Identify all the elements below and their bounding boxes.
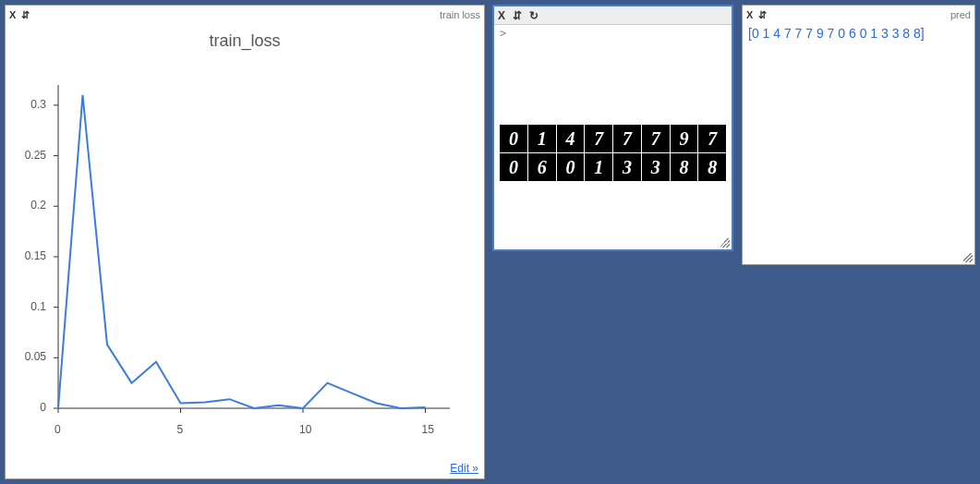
console-prompt: > [494, 25, 732, 42]
digit-cell: 3 [613, 153, 641, 181]
y-tick-label: 0.05 [9, 350, 46, 363]
y-tick-label: 0.2 [9, 199, 46, 212]
y-tick-label: 0 [9, 401, 46, 414]
drag-icon[interactable]: ⇵ [513, 9, 522, 22]
x-tick-label: 15 [422, 423, 434, 436]
close-icon[interactable]: X [498, 9, 505, 22]
digit-cell: 7 [613, 125, 641, 152]
image-pane-header[interactable]: X ⇵ ↻ [494, 6, 732, 25]
close-icon[interactable]: X [9, 9, 16, 20]
chart-title: train_loss [6, 31, 484, 51]
digit-cell: 0 [557, 153, 585, 181]
y-tick-label: 0.15 [9, 249, 46, 262]
drag-icon[interactable]: ⇵ [758, 9, 767, 21]
digit-cell: 1 [528, 125, 556, 152]
drag-icon[interactable]: ⇵ [21, 9, 30, 21]
image-pane: X ⇵ ↻ > 01477797 06013388 [492, 5, 733, 251]
digit-cell: 1 [585, 153, 612, 181]
digit-cell: 6 [528, 153, 556, 181]
y-tick-label: 0.1 [9, 300, 46, 313]
resize-grip[interactable] [963, 253, 973, 262]
chart-titlebar[interactable]: X ⇵ train loss [9, 7, 480, 22]
chart-pane: X ⇵ train loss train_loss Edit » 00.050.… [5, 5, 485, 479]
x-tick-label: 10 [299, 423, 311, 436]
digit-cell: 0 [500, 153, 527, 181]
digit-cell: 3 [642, 153, 670, 181]
digit-cell: 4 [557, 125, 585, 152]
pane-name-label: pred [950, 9, 971, 20]
digit-cell: 0 [500, 125, 527, 152]
y-tick-label: 0.3 [9, 98, 46, 111]
x-tick-label: 5 [177, 423, 184, 436]
pred-text: [0 1 4 7 7 7 9 7 0 6 0 1 3 3 8 8] [743, 22, 974, 44]
digit-cell: 7 [698, 125, 726, 152]
pane-name-label: train loss [440, 9, 480, 20]
reload-icon[interactable]: ↻ [529, 9, 538, 22]
digit-cell: 8 [698, 153, 726, 181]
resize-grip[interactable] [720, 238, 730, 248]
x-tick-label: 0 [54, 423, 61, 436]
pred-titlebar[interactable]: X ⇵ pred [746, 7, 971, 22]
edit-link[interactable]: Edit » [450, 462, 478, 475]
close-icon[interactable]: X [746, 9, 753, 20]
digit-cell: 8 [671, 153, 698, 181]
digit-grid: 01477797 06013388 [500, 125, 726, 181]
pred-pane: X ⇵ pred [0 1 4 7 7 7 9 7 0 6 0 1 3 3 8 … [742, 5, 975, 265]
plot-area[interactable] [54, 78, 454, 419]
digit-cell: 7 [585, 125, 612, 152]
digit-cell: 7 [642, 125, 670, 152]
y-tick-label: 0.25 [9, 149, 46, 162]
digit-cell: 9 [671, 125, 698, 152]
